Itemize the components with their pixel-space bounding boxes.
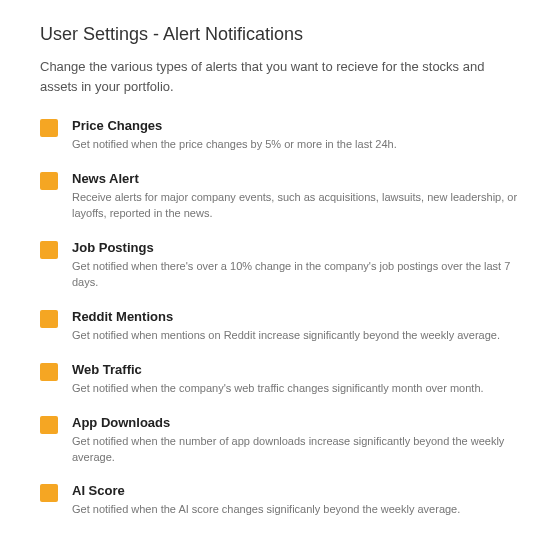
alert-list: Price Changes Get notified when the pric…	[40, 118, 520, 534]
alert-description: Get notified when the company's web traf…	[72, 381, 520, 397]
alert-content: Job Postings Get notified when there's o…	[72, 240, 520, 291]
alert-content: App Downloads Get notified when the numb…	[72, 415, 520, 466]
alert-title: Reddit Mentions	[72, 309, 520, 324]
alert-content: News Alert Receive alerts for major comp…	[72, 171, 520, 222]
checkbox-app-downloads[interactable]	[40, 416, 58, 434]
checkbox-reddit-mentions[interactable]	[40, 310, 58, 328]
alert-description: Get notified when the price changes by 5…	[72, 137, 520, 153]
alert-item-news-alert: News Alert Receive alerts for major comp…	[40, 171, 520, 222]
alert-description: Get notified when the number of app down…	[72, 434, 520, 466]
alert-title: News Alert	[72, 171, 520, 186]
checkbox-price-changes[interactable]	[40, 119, 58, 137]
alert-title: App Downloads	[72, 415, 520, 430]
alert-description: Get notified when the AI score changes s…	[72, 502, 520, 518]
alert-item-price-changes: Price Changes Get notified when the pric…	[40, 118, 520, 153]
alert-title: AI Score	[72, 483, 520, 498]
alert-content: Reddit Mentions Get notified when mentio…	[72, 309, 520, 344]
alert-content: Price Changes Get notified when the pric…	[72, 118, 520, 153]
page-title: User Settings - Alert Notifications	[40, 24, 520, 45]
alert-item-ai-score: AI Score Get notified when the AI score …	[40, 483, 520, 518]
alert-item-job-postings: Job Postings Get notified when there's o…	[40, 240, 520, 291]
checkbox-news-alert[interactable]	[40, 172, 58, 190]
alert-content: AI Score Get notified when the AI score …	[72, 483, 520, 518]
checkbox-ai-score[interactable]	[40, 484, 58, 502]
alert-title: Job Postings	[72, 240, 520, 255]
alert-title: Price Changes	[72, 118, 520, 133]
alert-content: Web Traffic Get notified when the compan…	[72, 362, 520, 397]
alert-item-reddit-mentions: Reddit Mentions Get notified when mentio…	[40, 309, 520, 344]
alert-title: Web Traffic	[72, 362, 520, 377]
page-description: Change the various types of alerts that …	[40, 57, 520, 96]
alert-description: Get notified when mentions on Reddit inc…	[72, 328, 520, 344]
alert-description: Receive alerts for major company events,…	[72, 190, 520, 222]
checkbox-job-postings[interactable]	[40, 241, 58, 259]
alert-item-web-traffic: Web Traffic Get notified when the compan…	[40, 362, 520, 397]
checkbox-web-traffic[interactable]	[40, 363, 58, 381]
alert-description: Get notified when there's over a 10% cha…	[72, 259, 520, 291]
alert-item-app-downloads: App Downloads Get notified when the numb…	[40, 415, 520, 466]
